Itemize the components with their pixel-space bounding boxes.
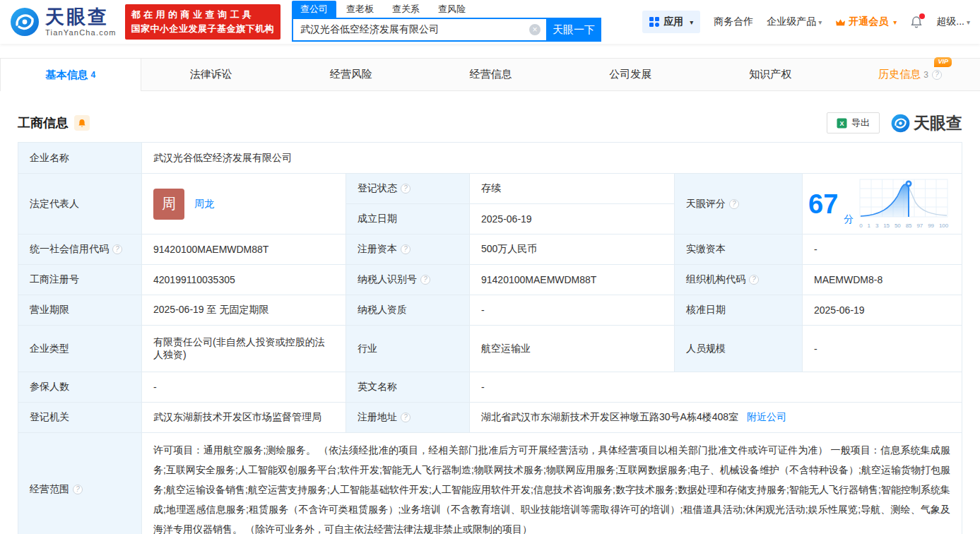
main-content: 工商信息 X 导出: [0, 111, 980, 534]
field-value: -: [803, 235, 962, 265]
field-value: -: [470, 295, 675, 326]
table-row: 统一社会信用代码? 91420100MAEMWDM88T 注册资本? 500万人…: [18, 235, 962, 265]
page-tab[interactable]: 经营风险: [281, 59, 421, 90]
field-label: 英文名称: [346, 372, 470, 403]
business-info-table: 企业名称 武汉光谷低空经济发展有限公司 法定代表人 周 周龙 登记状态? 存续 …: [18, 142, 962, 534]
score-value: 67: [808, 191, 838, 218]
table-row: 企业名称 武汉光谷低空经济发展有限公司: [18, 143, 962, 174]
field-label: 登记状态?: [346, 174, 470, 204]
notification-dot: [919, 13, 925, 19]
help-icon[interactable]: ?: [420, 275, 430, 285]
nav-open-vip[interactable]: 开通会员▾: [835, 16, 897, 28]
search-area: 查公司查老板查关系查风险 × 天眼一下: [292, 0, 601, 44]
nav-user-menu[interactable]: 超级...▾: [936, 16, 970, 28]
table-row: 法定代表人 周 周龙 登记状态? 存续 天眼评分? 67 分: [18, 174, 962, 204]
avatar[interactable]: 周: [153, 189, 184, 220]
field-value: -: [142, 372, 346, 403]
help-icon[interactable]: ?: [112, 244, 122, 254]
notification-bell-icon[interactable]: [910, 16, 923, 29]
search-button[interactable]: 天眼一下: [546, 18, 601, 42]
table-row: 登记机关 武汉东湖新技术开发区市场监督管理局 注册地址? 湖北省武汉市东湖新技术…: [18, 403, 962, 433]
export-button[interactable]: X 导出: [827, 112, 880, 134]
subscribe-bell-icon[interactable]: [74, 115, 90, 131]
page-tab[interactable]: 法律诉讼: [141, 59, 281, 90]
logo-swirl-icon: [891, 114, 910, 133]
chevron-down-icon: ▾: [967, 18, 970, 26]
watermark-logo: 天眼查: [891, 112, 962, 134]
search-input[interactable]: [293, 24, 546, 35]
nav-enterprise-products[interactable]: 企业级产品▾: [767, 16, 822, 28]
excel-icon: X: [837, 118, 847, 129]
help-icon[interactable]: ?: [401, 184, 411, 194]
field-value: 周 周龙: [142, 174, 346, 235]
help-icon[interactable]: ?: [401, 244, 411, 254]
chevron-down-icon: ▾: [690, 18, 693, 26]
help-icon[interactable]: ?: [932, 70, 942, 80]
field-label: 经营范围?: [18, 433, 142, 534]
field-label: 天眼评分?: [675, 174, 803, 235]
field-value: 武汉光谷低空经济发展有限公司: [142, 143, 962, 174]
field-label: 纳税人资质: [346, 295, 470, 326]
field-label: 行业: [346, 326, 470, 372]
slogan-banner: 都在用的商业查询工具 国家中小企业发展子基金旗下机构: [125, 4, 281, 40]
field-label: 企业名称: [18, 143, 142, 174]
nearby-companies-link[interactable]: 附近公司: [747, 411, 786, 422]
table-row: 营业期限 2025-06-19 至 无固定期限 纳税人资质 - 核准日期 202…: [18, 295, 962, 326]
section-title: 工商信息: [18, 114, 69, 131]
help-icon[interactable]: ?: [401, 413, 411, 422]
field-label: 企业类型: [18, 326, 142, 372]
field-label: 登记机关: [18, 403, 142, 433]
search-type-tab[interactable]: 查风险: [430, 1, 474, 18]
field-label: 实缴资本: [675, 235, 803, 265]
field-value: 91420100MAEMWDM88T: [142, 235, 346, 265]
field-value: 有限责任公司(非自然人投资或控股的法人独资): [142, 326, 346, 372]
apps-menu-button[interactable]: 应用▾: [642, 11, 700, 33]
page-tab[interactable]: 经营信息: [421, 59, 561, 90]
page-tab[interactable]: 历史信息3VIP?: [840, 59, 980, 90]
field-label: 参保人数: [18, 372, 142, 403]
field-value: -: [803, 326, 962, 372]
tianyancha-logo[interactable]: 天眼查 TianYanCha.com: [10, 7, 117, 37]
crown-icon: [835, 18, 846, 27]
field-value: 许可项目：通用航空服务;测绘服务。 （依法须经批准的项目，经相关部门批准后方可开…: [142, 433, 962, 534]
score-cell: 67 分: [803, 174, 962, 235]
score-axis-ticks: 0131550859799100: [859, 222, 948, 229]
search-type-tab[interactable]: 查关系: [384, 1, 428, 18]
field-value: 2025-06-19: [803, 295, 962, 326]
field-label: 核准日期: [675, 295, 803, 326]
legal-rep-link[interactable]: 周龙: [194, 198, 214, 210]
status-badge: 存续: [470, 174, 675, 204]
field-value: 420199110035305: [142, 265, 346, 295]
field-label: 人员规模: [675, 326, 803, 372]
page-tab[interactable]: 公司发展: [560, 59, 700, 90]
field-label: 纳税人识别号?: [346, 265, 470, 295]
clear-search-icon[interactable]: ×: [529, 24, 541, 35]
help-icon[interactable]: ?: [729, 199, 739, 209]
field-value: -: [470, 372, 962, 403]
logo-swirl-icon: [10, 7, 40, 37]
score-distribution-chart: 0131550859799100: [859, 179, 948, 229]
table-row: 工商注册号 420199110035305 纳税人识别号? 91420100MA…: [18, 265, 962, 295]
table-row: 参保人数 - 英文名称 -: [18, 372, 962, 403]
brand-domain: TianYanCha.com: [45, 28, 117, 37]
field-value: 500万人民币: [470, 235, 675, 265]
field-label: 工商注册号: [18, 265, 142, 295]
field-value: 2025-06-19 至 无固定期限: [142, 295, 346, 326]
field-label: 法定代表人: [18, 174, 142, 235]
page-tab[interactable]: 基本信息4: [0, 59, 141, 91]
field-label: 成立日期: [346, 204, 470, 235]
field-label: 注册地址?: [346, 403, 470, 433]
field-value: 湖北省武汉市东湖新技术开发区神墩五路30号A栋4楼408室 附近公司: [470, 403, 962, 433]
table-row: 企业类型 有限责任公司(非自然人投资或控股的法人独资) 行业 航空运输业 人员规…: [18, 326, 962, 372]
help-icon[interactable]: ?: [73, 485, 83, 494]
chevron-down-icon: ▾: [893, 18, 897, 26]
nav-business-coop[interactable]: 商务合作: [714, 16, 753, 28]
table-row: 经营范围? 许可项目：通用航空服务;测绘服务。 （依法须经批准的项目，经相关部门…: [18, 433, 962, 534]
search-type-tab[interactable]: 查老板: [338, 1, 382, 18]
page-tab[interactable]: 知识产权: [700, 59, 840, 90]
help-icon[interactable]: ?: [749, 275, 759, 285]
search-type-tab[interactable]: 查公司: [292, 1, 336, 18]
field-value: 武汉东湖新技术开发区市场监督管理局: [142, 403, 346, 433]
svg-text:X: X: [839, 120, 844, 127]
field-value: 航空运输业: [470, 326, 675, 372]
